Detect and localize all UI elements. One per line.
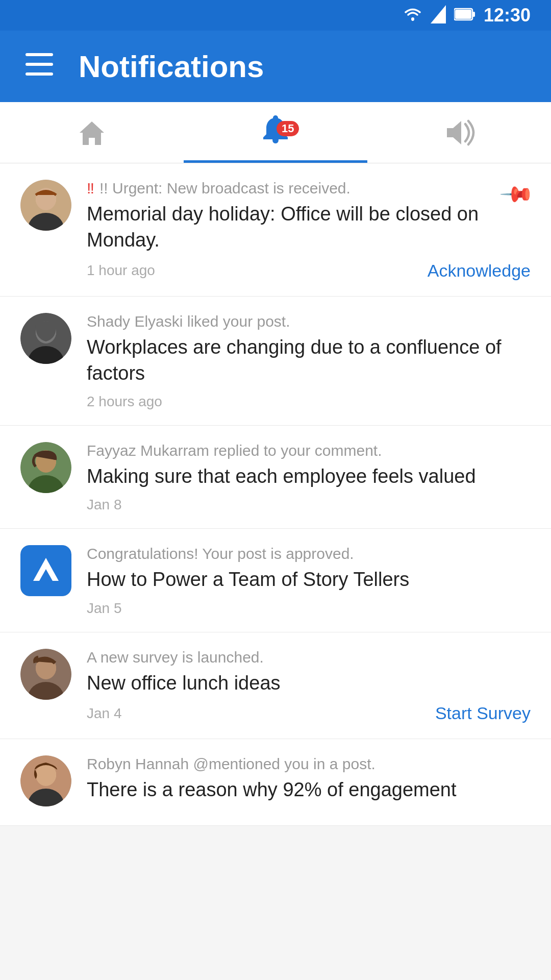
notification-time: Jan 8 [87, 497, 122, 513]
avatar [20, 442, 71, 493]
svg-rect-3 [455, 10, 471, 19]
notification-item-5[interactable]: A new survey is launched. New office lun… [0, 632, 551, 739]
notification-title: New office lunch ideas [87, 670, 531, 696]
notification-time: 2 hours ago [87, 394, 162, 410]
notification-meta: Fayyaz Mukarram replied to your comment. [87, 442, 531, 459]
notification-footer: 1 hour ago Acknowledge [87, 261, 531, 281]
tab-notifications[interactable]: 15 [184, 102, 367, 163]
acknowledge-button[interactable]: Acknowledge [428, 261, 531, 281]
svg-rect-7 [26, 72, 53, 76]
svg-rect-6 [26, 63, 53, 66]
avatar [20, 180, 71, 231]
notification-title: Memorial day holiday: Office will be clo… [87, 201, 531, 254]
signal-icon [431, 5, 446, 26]
tab-bar: 15 [0, 102, 551, 163]
notification-item-3[interactable]: Fayyaz Mukarram replied to your comment.… [0, 426, 551, 529]
notification-content: Fayyaz Mukarram replied to your comment.… [87, 442, 531, 513]
notification-meta: A new survey is launched. [87, 649, 531, 666]
notification-content: A new survey is launched. New office lun… [87, 649, 531, 723]
notification-content: Robyn Hannah @mentioned you in a post. T… [87, 755, 531, 810]
notification-meta: Shady Elyaski liked your post. [87, 313, 531, 330]
notification-meta-text: Shady Elyaski liked your post. [87, 313, 290, 330]
notification-footer: Jan 8 [87, 497, 531, 513]
avatar [20, 649, 71, 700]
svg-rect-5 [26, 53, 53, 56]
svg-point-8 [273, 115, 278, 120]
notification-title: Making sure that each employee feels val… [87, 463, 531, 489]
notification-meta-text: A new survey is launched. [87, 649, 264, 666]
notification-title: Workplaces are changing due to a conflue… [87, 334, 531, 387]
hamburger-menu-icon[interactable] [26, 53, 53, 80]
notification-time: Jan 5 [87, 600, 122, 617]
notification-meta: Robyn Hannah @mentioned you in a post. [87, 755, 531, 773]
svg-marker-1 [431, 5, 446, 23]
start-survey-button[interactable]: Start Survey [435, 703, 531, 723]
notification-count-badge: 15 [277, 121, 299, 136]
notification-meta: Congratulations! Your post is approved. [87, 545, 531, 562]
battery-icon [454, 7, 475, 23]
notification-footer: 2 hours ago [87, 394, 531, 410]
svg-point-0 [411, 17, 414, 20]
notification-content: Congratulations! Your post is approved. … [87, 545, 531, 616]
notification-meta-text: Robyn Hannah @mentioned you in a post. [87, 755, 375, 773]
wifi-icon [403, 6, 422, 25]
status-time: 12:30 [484, 5, 531, 26]
avatar [20, 313, 71, 364]
page-title: Notifications [79, 49, 264, 84]
app-bar: Notifications [0, 31, 551, 102]
tab-home[interactable] [0, 102, 184, 163]
notification-item-6[interactable]: Robyn Hannah @mentioned you in a post. T… [0, 739, 551, 826]
notification-footer: Jan 4 Start Survey [87, 703, 531, 723]
tab-sound[interactable] [367, 102, 551, 163]
notification-meta: ‼ !! Urgent: New broadcast is received. [87, 180, 531, 197]
avatar [20, 755, 71, 806]
notification-item-4[interactable]: Congratulations! Your post is approved. … [0, 529, 551, 632]
urgent-icon: ‼ [87, 180, 94, 197]
svg-rect-4 [472, 12, 475, 17]
notification-title: There is a reason why 92% of engagement [87, 777, 531, 803]
notification-content: ‼ !! Urgent: New broadcast is received. … [87, 180, 531, 281]
notification-meta-text: Congratulations! Your post is approved. [87, 545, 354, 562]
status-bar: 12:30 [0, 0, 551, 31]
notification-time: Jan 4 [87, 705, 122, 722]
notification-content: Shady Elyaski liked your post. Workplace… [87, 313, 531, 410]
notification-list: ‼ !! Urgent: New broadcast is received. … [0, 163, 551, 826]
avatar [20, 545, 71, 596]
notification-meta-text: Fayyaz Mukarram replied to your comment. [87, 442, 382, 459]
notification-time: 1 hour ago [87, 262, 155, 279]
status-icons: 12:30 [403, 5, 531, 26]
notification-item-2[interactable]: Shady Elyaski liked your post. Workplace… [0, 297, 551, 426]
notification-footer: Jan 5 [87, 600, 531, 617]
notification-title: How to Power a Team of Story Tellers [87, 567, 531, 593]
notification-meta-text: !! Urgent: New broadcast is received. [99, 180, 350, 197]
notification-item-1[interactable]: ‼ !! Urgent: New broadcast is received. … [0, 163, 551, 297]
